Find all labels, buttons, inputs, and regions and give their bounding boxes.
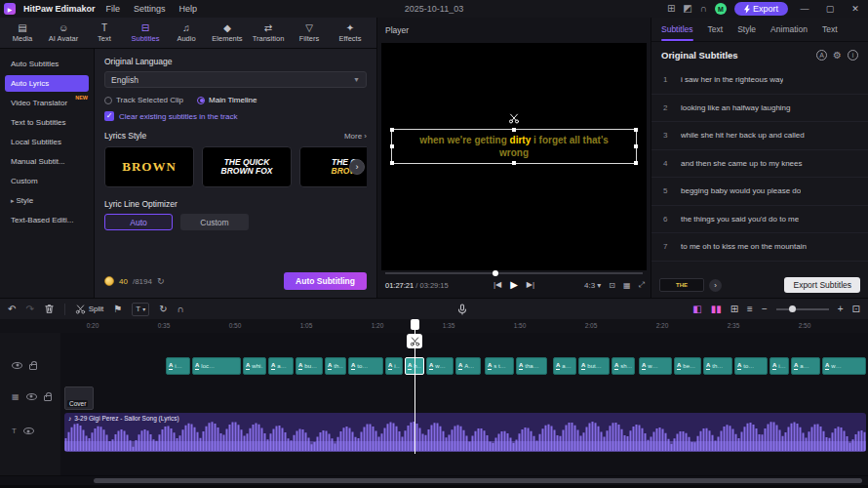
maximize-button[interactable]: ▢ (821, 4, 839, 14)
translate-icon[interactable]: A (816, 50, 827, 61)
magnet-button[interactable]: ∩ (178, 305, 184, 314)
sidebar-item-custom[interactable]: Custom (5, 173, 89, 189)
tool-transition[interactable]: ⇄Transition (248, 22, 289, 43)
sidebar-item-auto-subtitles[interactable]: Auto Subtitles (5, 56, 89, 72)
radio-track-selected-clip[interactable]: Track Selected Clip (104, 96, 183, 104)
audio-clip[interactable]: ♪ 3-29 Gigi Perez - Sailor Song (Lyrics) (64, 413, 866, 452)
resize-handle[interactable] (390, 161, 394, 165)
playhead-split-button[interactable] (407, 334, 422, 348)
tab-subtitles[interactable]: Subtitles (661, 18, 693, 41)
headset-icon[interactable]: ∩ (700, 4, 707, 14)
cover-clip[interactable]: Cover (64, 386, 94, 410)
split-button[interactable]: Split (75, 304, 104, 314)
subtitle-clip[interactable]: Ai… (769, 357, 789, 375)
tab-animation[interactable]: Animation (770, 18, 808, 41)
tab-style[interactable]: Style (737, 18, 756, 41)
resize-handle[interactable] (634, 128, 638, 132)
menu-help[interactable]: Help (177, 4, 201, 14)
refresh-icon[interactable]: ↻ (157, 276, 165, 286)
tab-text2[interactable]: Text (822, 18, 838, 41)
lock-icon[interactable] (44, 395, 52, 401)
subtitle-clip[interactable]: Ato… (734, 357, 768, 375)
resize-handle[interactable] (634, 161, 638, 165)
style-expand-button[interactable]: › (709, 279, 722, 292)
resize-handle[interactable] (634, 144, 638, 148)
play-button[interactable]: ▶ (510, 279, 518, 290)
seek-handle[interactable] (493, 270, 498, 276)
subtitle-clip[interactable]: Abe… (674, 357, 701, 375)
subtitle-clip[interactable]: Abut… (578, 357, 610, 375)
export-subtitles-button[interactable]: Export Subtitles (784, 277, 860, 293)
fit-timeline-button[interactable]: ⊡ (852, 305, 860, 314)
tool-filters[interactable]: ▽Filters (289, 22, 330, 43)
seek-bar[interactable] (385, 272, 643, 274)
subtitle-clip[interactable]: Ai… (166, 357, 190, 375)
subtitle-clip[interactable]: Ash… (612, 357, 635, 375)
subtitle-row[interactable]: 4and then she came up to my knees (651, 150, 868, 179)
language-select[interactable]: English ▼ (104, 71, 367, 88)
subtitle-row[interactable]: 1i saw her in the righteous way (651, 66, 868, 95)
prev-frame-button[interactable]: |◀ (493, 280, 501, 289)
scrollbar-thumb[interactable] (94, 478, 862, 483)
subtitle-row[interactable]: 7to me oh to kiss me on the mountain (651, 233, 868, 262)
playhead-handle[interactable] (411, 319, 419, 330)
zoom-in-button[interactable]: + (838, 305, 844, 314)
tool-media[interactable]: ▤Media (2, 22, 43, 43)
sidebar-item-video-translator[interactable]: Video TranslatorNEW (5, 95, 89, 111)
sidebar-item-local-subtitles[interactable]: Local Subtitles (5, 134, 89, 150)
timeline-ruler[interactable]: 0:200:350:501:051:201:351:502:052:202:35… (0, 319, 868, 333)
subtitle-clip[interactable]: Aw… (639, 357, 672, 375)
style-card-quick-fox[interactable]: THE QUICK BROWN FOX (202, 146, 292, 187)
export-button[interactable]: Export (734, 2, 788, 16)
scissors-handle-icon[interactable] (508, 112, 520, 126)
tool-elements[interactable]: ◆Elements (207, 22, 248, 43)
subtitle-clip[interactable]: Atha… (516, 357, 547, 375)
info-icon[interactable]: i (848, 50, 858, 61)
community-icon[interactable]: ◩ (683, 4, 691, 14)
panels-icon[interactable]: ⊞ (667, 4, 675, 14)
track-layout-icon[interactable]: ▮▮ (711, 305, 722, 314)
caption-selection-box[interactable]: when we're getting dirty i forget all th… (391, 129, 637, 164)
resize-handle[interactable] (512, 128, 516, 132)
gear-icon[interactable]: ⚙ (833, 50, 842, 61)
optimizer-auto-button[interactable]: Auto (104, 214, 173, 230)
auto-subtitling-button[interactable]: Auto Subtitling (284, 272, 367, 290)
canvas-icon[interactable]: ⊡ (609, 281, 615, 290)
record-voice-button[interactable] (457, 304, 467, 315)
video-preview[interactable]: when we're getting dirty i forget all th… (381, 43, 647, 270)
more-styles-link[interactable]: More › (344, 132, 367, 141)
subtitle-clip[interactable]: Aloc… (192, 357, 241, 375)
optimizer-custom-button[interactable]: Custom (180, 214, 249, 230)
subtitle-clip[interactable]: Ai… (385, 357, 403, 375)
subtitle-clip[interactable]: Aa… (791, 357, 820, 375)
close-button[interactable]: ✕ (847, 4, 864, 14)
snap-icon[interactable]: ⊞ (730, 305, 738, 314)
carousel-next-button[interactable]: › (349, 159, 365, 175)
clear-subtitles-checkbox[interactable]: ✓ Clear existing subtitles in the track (104, 111, 367, 121)
keyframe-icon[interactable]: ◧ (692, 305, 701, 314)
zoom-out-button[interactable]: − (762, 305, 768, 314)
sidebar-item-manual-subtitles[interactable]: Manual Subtit... (5, 153, 89, 170)
subtitle-clip[interactable]: Aw… (822, 357, 866, 375)
subtitle-clip[interactable]: Aw… (426, 357, 454, 375)
zoom-slider-handle[interactable] (789, 305, 796, 312)
subtitle-clip[interactable]: Awhi… (243, 357, 266, 375)
grid-icon[interactable]: ▦ (623, 281, 631, 290)
subtitle-row[interactable]: 6the things you said you'd do to me (651, 206, 868, 234)
eye-icon[interactable] (26, 393, 37, 400)
tab-text[interactable]: Text (708, 18, 724, 41)
subtitle-clip[interactable]: As t… (485, 357, 514, 375)
subtitle-clip[interactable]: Ath… (703, 357, 732, 375)
subtitle-clip[interactable]: Aa… (268, 357, 294, 375)
tool-subtitles[interactable]: ⊟Subtitles (125, 22, 166, 43)
subtitle-clip[interactable]: Ath… (325, 357, 346, 375)
tool-ai-avatar[interactable]: ☺AI Avatar (43, 22, 84, 43)
tool-audio[interactable]: ♫Audio (166, 22, 207, 43)
subtitle-clip[interactable]: Ato… (348, 357, 383, 375)
eye-icon[interactable] (23, 427, 34, 434)
subtitle-row[interactable]: 5begging baby would you please do (651, 178, 868, 206)
subtitle-clip[interactable]: Abu… (296, 357, 323, 375)
redo-button[interactable]: ↷ (25, 305, 33, 314)
sidebar-item-text-based-editing[interactable]: Text-Based Editi... (5, 212, 89, 228)
minimize-button[interactable]: — (796, 4, 813, 14)
